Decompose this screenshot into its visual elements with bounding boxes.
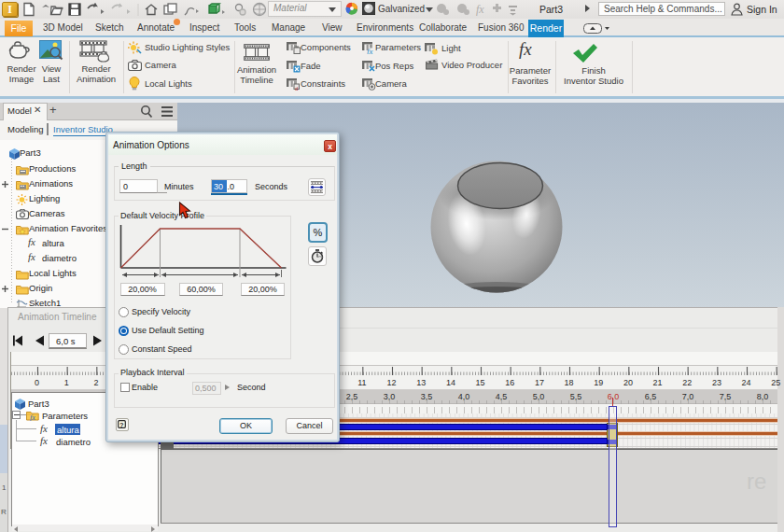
svg-text:?: ? <box>119 421 124 429</box>
svg-text:fx: fx <box>367 47 373 55</box>
svg-text:fx: fx <box>30 413 35 421</box>
svg-text:fx: fx <box>476 3 484 16</box>
svg-text:d: d <box>295 86 298 91</box>
